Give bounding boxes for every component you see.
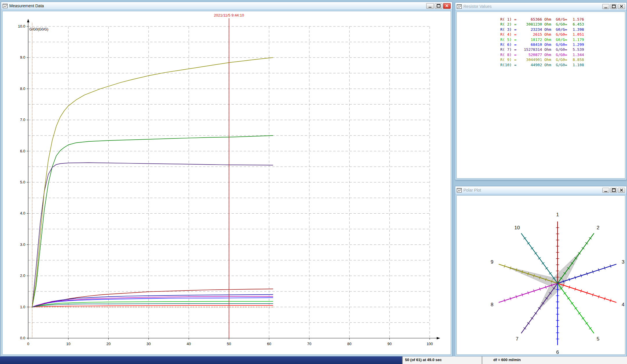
polar-chart-svg: 12345678910 (457, 196, 624, 354)
measurement-titlebar[interactable]: Measurement Data (1, 2, 452, 10)
resistor-row: R( 5) =18172 OhmG0/G=1.179 (500, 37, 625, 42)
svg-text:4.0: 4.0 (20, 211, 25, 215)
maximize-button[interactable] (610, 188, 617, 193)
ratio-value: 1.344 (567, 52, 584, 57)
ratio-value: 1.299 (567, 42, 584, 47)
polar-axis-label: 4 (622, 302, 624, 307)
window-icon (3, 4, 8, 8)
equals-sign: = (512, 22, 517, 27)
polar-axis-label: 5 (597, 336, 599, 342)
svg-text:100: 100 (427, 342, 433, 346)
ratio-label: G0/G= (556, 37, 567, 42)
ratio-label: G/G0= (556, 57, 567, 62)
resistance-unit: Ohm (542, 17, 551, 22)
svg-text:40: 40 (187, 342, 191, 346)
minimize-icon (604, 8, 607, 8)
resistance-unit: Ohm (542, 27, 551, 32)
equals-sign: = (512, 42, 517, 47)
resistor-values-window: Resistor Values R( 1) =65366 OhmG0/G=1.5… (455, 2, 627, 180)
resistance-unit: Ohm (542, 47, 551, 52)
equals-sign: = (512, 17, 517, 22)
polar-axis-label: 10 (514, 225, 520, 230)
resistor-name: R( 2) (500, 22, 512, 27)
ratio-label: G/G0= (556, 22, 567, 27)
svg-text:2.0: 2.0 (20, 273, 25, 278)
ratio-value: 1.398 (567, 27, 584, 32)
minimize-button[interactable] (426, 3, 434, 9)
maximize-button[interactable] (435, 3, 442, 9)
measurement-chart-svg: 01020304050607080901000.01.02.03.04.05.0… (3, 11, 450, 354)
svg-text:1.0: 1.0 (20, 305, 25, 309)
svg-text:10: 10 (66, 342, 70, 346)
tick-labels: 01020304050607080901000.01.02.03.04.05.0… (18, 24, 433, 346)
polar-axis-label: 9 (491, 259, 493, 265)
ratio-label: G0/G= (556, 27, 567, 32)
resistor-name: R( 7) (500, 47, 512, 52)
close-button[interactable] (618, 4, 625, 9)
close-button[interactable] (618, 188, 625, 193)
window-icon (457, 4, 462, 9)
svg-text:30: 30 (146, 342, 151, 346)
polar-axis-label: 7 (516, 336, 518, 342)
ratio-value: 1.108 (567, 62, 584, 67)
resistor-row: R( 9) =3044901 OhmG/G0=8.858 (500, 57, 625, 62)
equals-sign: = (512, 37, 517, 42)
polar-axis-label: 2 (597, 225, 599, 230)
polar-plot: 12345678910 (456, 195, 625, 355)
polar-axis-label: 6 (556, 349, 559, 354)
polar-axis-label: 3 (622, 259, 624, 265)
polar-plot-window: Polar Plot 12345678910 (455, 186, 627, 356)
ratio-value: 1.576 (567, 17, 584, 22)
svg-text:20: 20 (106, 342, 110, 346)
status-flow-panel: df = 600 ml/min (482, 356, 627, 364)
close-button[interactable] (443, 3, 451, 9)
resistance-unit: Ohm (542, 42, 551, 47)
curve-R4 (32, 305, 273, 307)
window-icon (457, 188, 462, 192)
ratio-value: 5.539 (567, 47, 584, 52)
maximize-icon (612, 188, 616, 192)
window-title: Polar Plot (463, 188, 601, 192)
resistor-name: R( 3) (500, 27, 512, 32)
svg-text:0: 0 (27, 342, 29, 346)
svg-text:50: 50 (227, 342, 231, 346)
close-icon (445, 4, 449, 8)
resistance-value: 18172 (517, 37, 542, 42)
svg-text:8.0: 8.0 (20, 87, 25, 91)
svg-text:3.0: 3.0 (20, 242, 25, 247)
maximize-button[interactable] (610, 4, 617, 9)
minimize-button[interactable] (602, 4, 609, 9)
svg-text:80: 80 (347, 342, 351, 346)
resistor-row: R( 3) =23234 OhmG0/G=1.398 (500, 27, 625, 32)
resistor-name: R( 1) (500, 17, 512, 22)
resistor-row: R( 2) =3081230 OhmG/G0=6.453 (500, 22, 625, 27)
resistor-row: R( 4) =2615 OhmG/G0=1.051 (500, 32, 625, 37)
resistor-row: R(10) =44902 OhmG/G0=1.108 (500, 62, 625, 67)
resistance-value: 68410 (517, 42, 542, 47)
equals-sign: = (512, 62, 517, 67)
ratio-label: G0/G= (556, 17, 567, 22)
polar-axis-label: 8 (491, 302, 493, 307)
resistance-value: 65366 (517, 17, 542, 22)
close-icon (620, 188, 623, 192)
svg-text:10.0: 10.0 (18, 24, 25, 28)
y-axis-arrow (27, 19, 29, 22)
equals-sign: = (512, 27, 517, 32)
status-bar: 50 (of 61) at 49.0 sec df = 600 ml/min (0, 356, 627, 364)
measurement-plot[interactable]: 01020304050607080901000.01.02.03.04.05.0… (2, 11, 451, 355)
resistance-unit: Ohm (542, 62, 551, 67)
window-controls (602, 4, 625, 9)
window-controls (426, 3, 451, 9)
ratio-label: G/G0= (556, 32, 567, 37)
window-title: Resistor Values (463, 4, 601, 9)
resistor-row: R( 7) =15278314 OhmG/G0=5.539 (500, 47, 625, 52)
ratio-label: G/G0= (556, 62, 567, 67)
resistor-titlebar[interactable]: Resistor Values (455, 3, 626, 10)
ratio-label: G/G0= (556, 42, 567, 47)
resistance-unit: Ohm (542, 37, 551, 42)
svg-text:0.0: 0.0 (20, 336, 25, 340)
svg-text:60: 60 (267, 342, 271, 346)
polar-titlebar[interactable]: Polar Plot (455, 186, 626, 194)
minimize-button[interactable] (602, 188, 609, 193)
resistor-name: R(10) (500, 62, 512, 67)
